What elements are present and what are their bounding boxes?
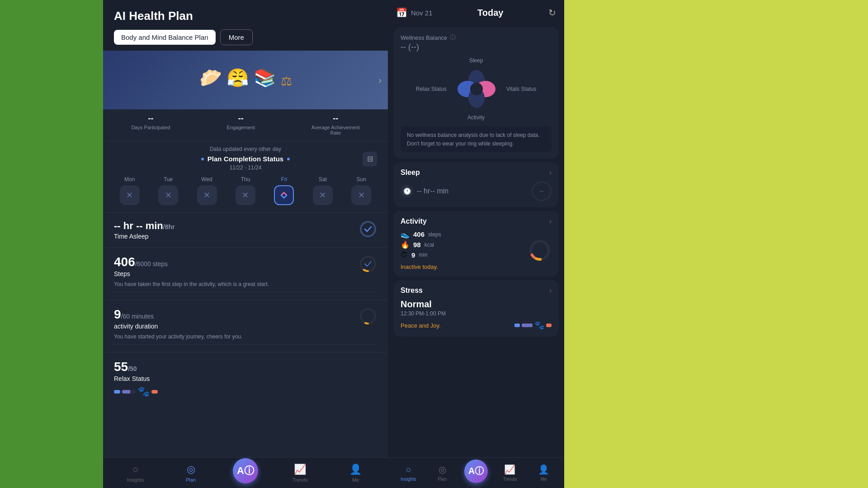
calendar-icon[interactable]: 📅 (396, 7, 407, 18)
activity-card-header: Activity › (401, 217, 552, 225)
rnav-insights-icon: ○ (406, 465, 411, 475)
steps-emoji: 👟 (401, 230, 410, 239)
steps-divider (114, 292, 377, 292)
rnav-me[interactable]: 👤 Me (532, 464, 556, 482)
sleep-value: -- hr -- min/8hr (114, 220, 175, 232)
me-label: Me (352, 477, 359, 483)
char-2: 😤 (226, 67, 249, 89)
filter-button[interactable]: ⊟ (363, 152, 377, 166)
relax-status: 55/50 Relax Status 🐾 (103, 352, 388, 405)
stress-chevron-icon[interactable]: › (549, 286, 552, 295)
ai-label: Aⓘ (237, 464, 254, 478)
svg-point-4 (361, 309, 375, 324)
flower-top-label: Sleep (469, 57, 483, 64)
today-label: Today (477, 8, 503, 18)
activity-chevron-icon[interactable]: › (549, 217, 552, 225)
relax-left: 55/50 Relax Status 🐾 (114, 360, 158, 398)
header-actions: Body and Mind Balance Plan More (114, 29, 377, 45)
kcal-row: 🔥 98 kcal (401, 240, 528, 249)
metric-activity: 9/60 minutes activity duration You have … (103, 300, 388, 352)
date-range: 11/22 - 11/24 (103, 164, 388, 171)
rnav-insights[interactable]: ○ Insights (396, 465, 420, 482)
relax-goal: /50 (128, 365, 137, 372)
activity-card-title: Activity (401, 217, 427, 225)
right-background (564, 0, 868, 488)
activity-content: 👟 406 steps 🔥 98 kcal ⏱ 9 min (401, 230, 552, 270)
rnav-me-icon: 👤 (538, 464, 549, 475)
engagement-label: Engagement (227, 125, 255, 130)
rnav-trends[interactable]: 📈 Trends (498, 464, 522, 482)
activity-number: 9 (114, 307, 121, 321)
stats-row: -- Days Participated -- Engagement -- Av… (103, 109, 388, 141)
sleep-chevron-icon[interactable]: › (549, 169, 552, 177)
wellness-warning-text: No wellness balance analysis due to lack… (407, 132, 540, 147)
flower-middle-row: Relax Status (416, 66, 537, 112)
nav-trends-left[interactable]: 📈 Trends (287, 464, 314, 483)
wellness-card: Wellness Balance ⓘ -- (--) Sleep Relax S… (393, 27, 559, 159)
sleep-label: Time Asleep (114, 233, 175, 240)
day-fri[interactable]: Fri (274, 176, 294, 205)
relax-label: Relax Status (114, 375, 158, 382)
min-row: ⏱ 9 min (401, 251, 528, 259)
nav-plan[interactable]: ◎ Plan (177, 464, 204, 483)
steps-val: 406 (413, 230, 425, 238)
sleep-values: -- hr -- min/8hr Time Asleep (114, 220, 175, 240)
steps-row: 👟 406 steps (401, 230, 528, 239)
rnav-ai-label: Aⓘ (468, 465, 484, 477)
right-phone: 📅 Nov 21 Today ↻ Wellness Balance ⓘ -- (… (388, 0, 564, 488)
steps-unit: /6000 steps (135, 260, 168, 267)
sleep-card: Sleep › 🕐 -- hr-- min -- (393, 162, 559, 207)
rnav-me-label: Me (541, 477, 547, 482)
wellness-info-icon[interactable]: ⓘ (450, 33, 456, 42)
min-unit: min (419, 252, 427, 258)
rnav-plan[interactable]: ◎ Plan (430, 464, 454, 482)
nav-me-left[interactable]: 👤 Me (342, 464, 369, 483)
wellness-score: -- (--) (401, 42, 552, 52)
rnav-plan-icon: ◎ (439, 464, 446, 475)
stress-card: Stress › Normal 12:30 PM-1:00 PM Peace a… (393, 280, 559, 337)
activity-main-row: 9/60 minutes activity duration (114, 307, 377, 330)
completion-header: Plan Completion Status ⊟ (103, 155, 388, 163)
day-sun: Sun ✕ (351, 176, 371, 205)
data-updated-text: Data updated every other day (103, 141, 388, 155)
sleep-row: 🕐 -- hr-- min -- (401, 181, 552, 201)
trends-icon: 📈 (294, 464, 306, 475)
plan-button[interactable]: Body and Mind Balance Plan (114, 30, 216, 45)
date-text: Nov 21 (411, 9, 433, 17)
engagement-value: -- (227, 114, 255, 123)
stress-card-header: Stress › (401, 286, 552, 295)
steps-unit: steps (428, 231, 441, 238)
stress-bar-2 (522, 324, 533, 327)
left-background (0, 0, 103, 488)
steps-progress-circle (359, 255, 377, 273)
refresh-icon[interactable]: ↻ (548, 7, 556, 18)
rnav-ai-button[interactable]: Aⓘ (464, 460, 488, 483)
stress-level: Normal (401, 299, 552, 310)
more-button[interactable]: More (220, 29, 253, 45)
char-3: 📚 (254, 67, 276, 89)
banner-chevron-icon[interactable]: › (378, 75, 382, 85)
activity-values: 9/60 minutes activity duration (114, 307, 158, 330)
dot-left (201, 158, 204, 160)
day-sat: Sat ✕ (313, 176, 333, 205)
nav-insights-left[interactable]: ○ Insights (122, 464, 149, 483)
insights-label: Insights (127, 477, 144, 483)
right-bottom-nav: ○ Insights ◎ Plan Aⓘ 📈 Trends 👤 Me (388, 457, 564, 488)
right-header-left: 📅 Nov 21 (396, 7, 433, 18)
sleep-main-row: -- hr -- min/8hr Time Asleep (114, 220, 377, 240)
achievement-label: Average AchievementRate (311, 125, 360, 136)
dot-right (287, 158, 290, 160)
ai-center-button[interactable]: Aⓘ (233, 458, 258, 483)
completion-title: Plan Completion Status (208, 155, 283, 163)
stress-time: 12:30 PM-1:00 PM (401, 310, 552, 317)
metric-sleep: -- hr -- min/8hr Time Asleep (103, 213, 388, 248)
steps-number: 406 (114, 255, 135, 269)
stress-bar-1 (514, 324, 520, 327)
stress-card-title: Stress (401, 286, 423, 295)
stress-bar: 🐾 (514, 320, 552, 330)
sleep-card-title: Sleep (401, 169, 420, 177)
left-bottom-nav: ○ Insights ◎ Plan Aⓘ 📈 Trends 👤 Me (103, 457, 388, 488)
days-value: -- (131, 114, 170, 123)
steps-main-row: 406/6000 steps Steps (114, 255, 377, 277)
rnav-trends-label: Trends (503, 477, 517, 482)
